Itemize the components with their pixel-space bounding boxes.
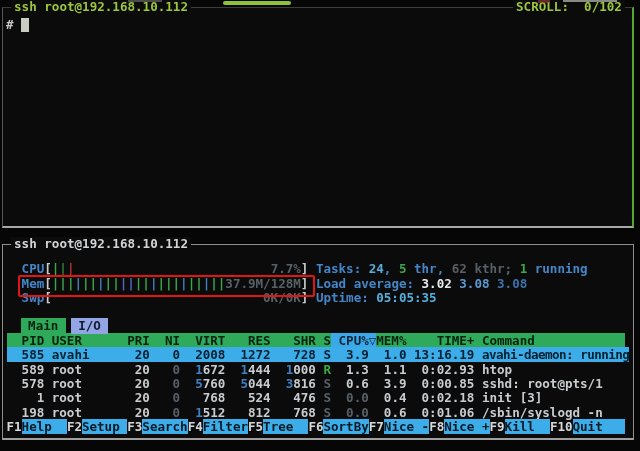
text-segment: F6 — [308, 419, 323, 434]
text-segment — [180, 376, 188, 391]
text-segment: thr, — [406, 261, 451, 276]
text-segment: 62 kthr; — [452, 261, 520, 276]
htop-tab-io[interactable]: I/O — [71, 318, 108, 334]
text-segment — [331, 405, 339, 420]
process-row-1[interactable]: 1 root 20 0 768 524 476 S 0.0 0.4 0:02.1… — [7, 391, 630, 405]
text-segment: 2008 — [188, 347, 226, 362]
text-segment — [308, 261, 316, 276]
text-segment: F3 — [127, 419, 142, 434]
text-segment: [ — [44, 261, 52, 276]
text-segment: 672 — [203, 362, 226, 377]
pane-htop[interactable]: CPU[||| 7.7%] Tasks: 24, 5 thr, 62 kthr;… — [2, 244, 634, 441]
text-segment: 3.08 — [497, 276, 527, 291]
text-segment: 3.02 — [422, 276, 452, 291]
text-segment: 3.9 — [339, 347, 369, 362]
text-segment: htop — [482, 362, 512, 377]
text-segment: Filter — [203, 419, 248, 434]
htop-tab-main[interactable]: Main — [21, 318, 67, 334]
text-segment — [331, 362, 339, 377]
text-segment — [44, 376, 52, 391]
text-segment: root — [52, 362, 120, 377]
text-segment: 24 — [369, 261, 384, 276]
text-segment: 768 — [278, 405, 316, 420]
text-segment: 0:00.85 — [414, 376, 474, 391]
text-segment: 198 — [7, 405, 45, 420]
pane-shell[interactable]: # — [2, 7, 634, 228]
text-segment: 7.7% — [271, 261, 301, 276]
text-segment — [331, 390, 339, 405]
text-segment — [44, 405, 52, 420]
text-segment: 816 — [293, 376, 316, 391]
text-segment — [180, 405, 188, 420]
text-segment: 1 — [7, 390, 45, 405]
text-segment: F2 — [67, 419, 82, 434]
text-segment: Tasks: — [316, 261, 369, 276]
text-segment — [474, 376, 482, 391]
text-segment: CPU — [7, 261, 45, 276]
text-segment: 476 — [278, 390, 316, 405]
text-segment: Setup — [82, 419, 127, 434]
text-segment — [44, 347, 52, 362]
text-segment: running — [527, 261, 587, 276]
text-segment: 0.4 — [376, 390, 406, 405]
text-segment: 000 — [293, 362, 316, 377]
text-segment: F4 — [188, 419, 203, 434]
table-header-row[interactable]: PID USER PRI NI VIRT RES SHR S CPU%▽MEM%… — [7, 334, 630, 348]
text-segment — [180, 347, 188, 362]
terminal-cursor — [21, 18, 29, 31]
text-segment: 0 — [157, 376, 180, 391]
text-segment: 3 — [278, 376, 293, 391]
text-segment — [406, 405, 414, 420]
text-segment — [406, 390, 414, 405]
text-segment: F8 — [429, 419, 444, 434]
text-segment: Nice - — [384, 419, 429, 434]
process-row-585[interactable]: 585 avahi 20 0 2008 1272 728 S 3.9 1.0 1… — [7, 348, 630, 362]
text-segment: 0 — [157, 390, 180, 405]
text-segment: 1 — [188, 405, 203, 420]
text-segment: 3.08 — [459, 276, 489, 291]
process-row-589[interactable]: 589 root 20 0 1672 1444 1000 R 1.3 1.1 0… — [7, 363, 630, 377]
text-segment: 13:16.19 — [414, 347, 474, 362]
text-segment: F9 — [490, 419, 505, 434]
text-segment: 0 — [157, 405, 180, 420]
text-segment: avahi — [52, 347, 120, 362]
text-segment: 444 — [248, 362, 271, 377]
text-segment: 20 — [127, 362, 150, 377]
process-row-198[interactable]: 198 root 20 0 1512 812 768 S 0.0 0.6 0:0… — [7, 406, 630, 420]
cropped-row-artifact-faint — [128, 0, 162, 2]
text-segment: 1272 — [233, 347, 271, 362]
pane2-title: ssh root@192.168.10.112 — [11, 237, 191, 251]
text-segment: 20 — [127, 390, 150, 405]
text-segment: 20 — [127, 405, 150, 420]
text-segment: init [3] — [482, 390, 542, 405]
text-segment: CPU% — [331, 333, 369, 348]
text-segment: /sbin/syslogd -n — [482, 405, 603, 420]
text-segment: | — [59, 261, 67, 276]
text-segment: 0.0 — [339, 405, 369, 420]
text-segment: 728 — [278, 347, 316, 362]
shell-prompt: # — [6, 17, 21, 32]
text-segment: 5 — [188, 376, 203, 391]
cropped-row-artifact-red — [538, 0, 550, 3]
text-segment: Nice + — [444, 419, 489, 434]
pane1-title: ssh root@192.168.10.112 — [11, 0, 191, 13]
shell-prompt-line[interactable]: # — [6, 18, 29, 32]
text-segment — [406, 362, 414, 377]
text-segment: sshd: root@pts/1 — [482, 376, 603, 391]
text-segment: Tree — [263, 419, 308, 434]
text-segment: root — [52, 405, 120, 420]
text-segment: S — [323, 405, 331, 420]
text-segment: 1 — [278, 362, 293, 377]
text-segment: 0.0 — [339, 390, 369, 405]
process-row-578[interactable]: 578 root 20 0 5760 5044 3816 S 0.6 3.9 0… — [7, 377, 630, 391]
text-segment — [331, 347, 339, 362]
text-segment: 5 — [233, 376, 248, 391]
text-segment: 1 — [188, 362, 203, 377]
cropped-row-artifact-light — [563, 0, 617, 2]
text-segment: 1.0 — [376, 347, 406, 362]
text-segment — [225, 390, 233, 405]
text-segment — [406, 347, 414, 362]
function-key-bar[interactable]: F1Help F2Setup F3SearchF4FilterF5Tree F6… — [7, 420, 630, 434]
text-segment — [490, 276, 498, 291]
text-segment: 589 — [7, 362, 45, 377]
